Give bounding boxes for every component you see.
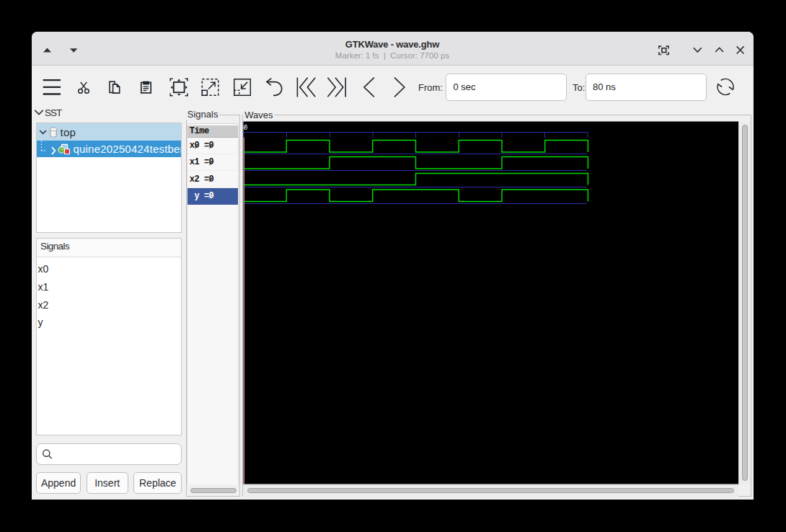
svg-text:0: 0 bbox=[244, 124, 248, 132]
